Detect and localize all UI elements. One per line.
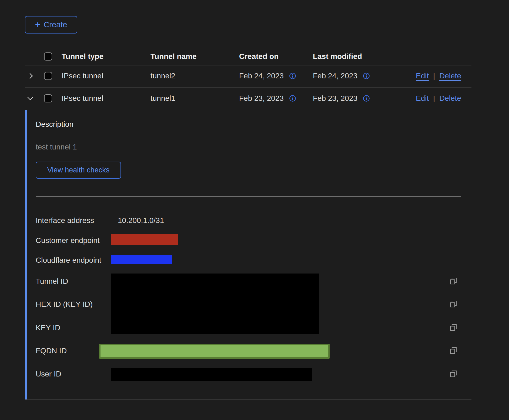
fqdn-id-label: FQDN ID (36, 346, 67, 355)
tunnel-type-header: Tunnel type (62, 52, 103, 61)
last-modified-value: Feb 23, 2023 (313, 94, 357, 103)
fqdn-id-redaction (99, 344, 330, 359)
copy-icon (449, 323, 458, 332)
copy-fqdn-id-button[interactable] (449, 346, 458, 355)
create-button-label: Create (43, 20, 67, 29)
row-actions: Edit | Delete (416, 72, 461, 80)
user-id-redaction (111, 368, 312, 381)
tunnel-type-cell: IPsec tunnel (62, 94, 103, 103)
copy-hex-id-button[interactable] (449, 300, 458, 308)
interface-address-label: Interface address (36, 216, 94, 225)
panel-bottom-divider (25, 399, 471, 400)
last-modified-cell: Feb 24, 2023 (313, 72, 370, 80)
plus-icon: + (35, 20, 41, 29)
header-divider (25, 65, 471, 65)
info-icon[interactable] (289, 95, 296, 102)
description-value: test tunnel 1 (36, 143, 77, 151)
edit-link[interactable]: Edit (416, 72, 429, 80)
tunnel-name-header: Tunnel name (150, 52, 197, 61)
collapse-chevron-down-icon[interactable] (26, 95, 34, 102)
info-icon[interactable] (289, 72, 296, 79)
cloudflare-endpoint-label: Cloudflare endpoint (36, 256, 101, 265)
expanded-row-accent-bar (25, 110, 27, 399)
last-modified-value: Feb 24, 2023 (313, 72, 357, 80)
created-on-value: Feb 23, 2023 (239, 94, 284, 103)
tunnel-name-cell: tunnel2 (150, 72, 175, 80)
copy-icon (449, 277, 458, 285)
action-separator: | (433, 94, 435, 103)
tunnel-name-cell: tunnel1 (150, 94, 175, 103)
description-label: Description (36, 120, 73, 129)
interface-address-value: 10.200.1.0/31 (118, 216, 164, 225)
delete-link[interactable]: Delete (439, 94, 461, 103)
row-checkbox[interactable] (44, 94, 52, 102)
info-icon[interactable] (363, 95, 370, 102)
view-health-checks-button[interactable]: View health checks (36, 162, 121, 179)
row-divider (25, 87, 471, 88)
copy-icon (449, 369, 458, 378)
last-modified-header: Last modified (313, 52, 362, 61)
tunnel-ids-redaction (111, 274, 319, 334)
copy-icon (449, 346, 458, 355)
detail-divider (36, 196, 461, 196)
created-on-value: Feb 24, 2023 (239, 72, 284, 80)
customer-endpoint-label: Customer endpoint (36, 236, 100, 245)
copy-icon (449, 300, 458, 308)
copy-key-id-button[interactable] (449, 323, 458, 332)
row-actions: Edit | Delete (416, 94, 461, 103)
action-separator: | (433, 72, 435, 80)
created-on-header: Created on (239, 52, 279, 61)
copy-tunnel-id-button[interactable] (449, 277, 458, 285)
tunnels-page: + Create Tunnel type Tunnel name Created… (0, 0, 509, 420)
created-on-cell: Feb 24, 2023 (239, 72, 296, 80)
hex-id-label: HEX ID (KEY ID) (36, 300, 93, 309)
user-id-label: User ID (36, 370, 61, 378)
delete-link[interactable]: Delete (439, 72, 461, 80)
expand-chevron-right-icon[interactable] (28, 72, 35, 79)
tunnel-type-cell: IPsec tunnel (62, 72, 103, 80)
key-id-label: KEY ID (36, 324, 60, 332)
copy-user-id-button[interactable] (449, 369, 458, 378)
last-modified-cell: Feb 23, 2023 (313, 94, 370, 103)
select-all-checkbox[interactable] (44, 52, 52, 61)
cloudflare-endpoint-redaction (111, 255, 172, 264)
customer-endpoint-redaction (111, 234, 178, 245)
row-checkbox[interactable] (44, 72, 52, 80)
created-on-cell: Feb 23, 2023 (239, 94, 296, 103)
tunnel-id-label: Tunnel ID (36, 277, 68, 286)
edit-link[interactable]: Edit (416, 94, 429, 103)
info-icon[interactable] (363, 72, 370, 79)
create-button[interactable]: + Create (25, 16, 77, 34)
